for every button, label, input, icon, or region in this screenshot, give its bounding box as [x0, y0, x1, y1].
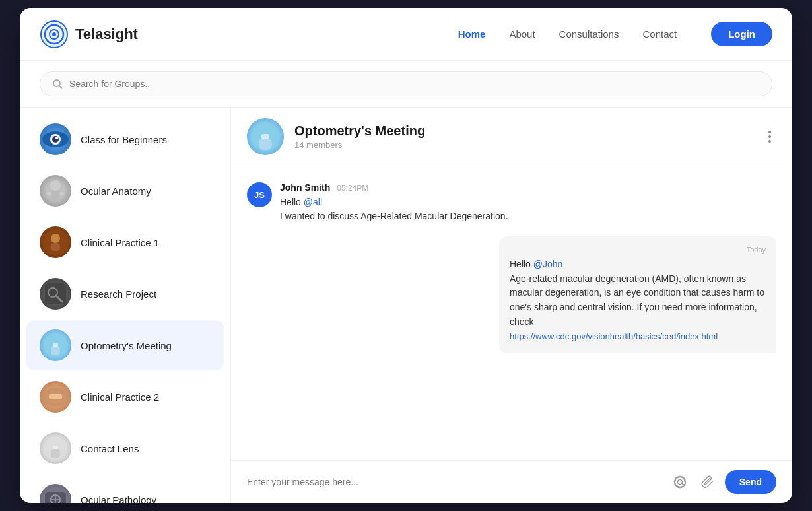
bubble-label: Today: [510, 246, 766, 254]
list-item[interactable]: Contact Lens: [26, 423, 224, 473]
message-bubble: Today Hello @John Age-related macular de…: [499, 236, 776, 353]
avatar: [40, 226, 71, 258]
svg-rect-11: [51, 191, 59, 200]
mention-tag: @John: [533, 259, 563, 269]
anatomy-icon: [40, 175, 71, 207]
group-name: Clinical Practice 1: [81, 237, 159, 248]
svg-point-3: [52, 32, 56, 36]
svg-rect-16: [51, 243, 60, 251]
chat-avatar-icon: [247, 118, 284, 155]
group-name: Contact Lens: [81, 443, 139, 454]
clinical2-icon: [40, 381, 71, 413]
mention-button[interactable]: [669, 471, 691, 493]
sidebar: Class for Beginners Ocular Anatomy: [20, 108, 231, 503]
search-icon: [52, 79, 63, 89]
list-item[interactable]: Class for Beginners: [26, 114, 224, 164]
svg-point-8: [52, 136, 59, 143]
nav-contact[interactable]: Contact: [642, 28, 677, 40]
svg-point-9: [55, 137, 58, 139]
chat-title-area: Optometry's Meeting 14 members: [294, 123, 425, 150]
message-right: Today Hello @John Age-related macular de…: [247, 236, 776, 353]
mention-tag: @all: [304, 197, 322, 207]
chat-title: Optometry's Meeting: [294, 123, 425, 139]
nav-about[interactable]: About: [509, 28, 535, 40]
message-input[interactable]: [247, 477, 663, 487]
group-name: Ocular Anatomy: [81, 186, 151, 197]
chat-header: Optometry's Meeting 14 members: [231, 108, 792, 166]
navbar: Telasight Home About Consultations Conta…: [20, 8, 792, 61]
svg-rect-21: [51, 346, 60, 355]
attach-button[interactable]: [697, 471, 718, 493]
login-button[interactable]: Login: [711, 22, 772, 46]
contactlens-icon: [40, 432, 71, 464]
list-item[interactable]: Clinical Practice 1: [26, 217, 224, 267]
optometry-icon: [40, 329, 71, 361]
bubble-text: Hello @John Age-related macular degenera…: [510, 257, 766, 344]
chat-members: 14 members: [294, 140, 425, 150]
avatar: [40, 432, 71, 464]
more-options-button[interactable]: [763, 128, 776, 145]
sender-avatar: JS: [247, 182, 272, 207]
at-icon: [673, 475, 687, 489]
research-icon: [40, 278, 71, 310]
logo-text: Telasight: [75, 26, 138, 43]
dot: [768, 135, 771, 138]
svg-point-39: [677, 480, 682, 485]
list-item[interactable]: Ocular Pathology: [26, 475, 224, 503]
svg-point-10: [50, 180, 61, 191]
group-name: Research Project: [81, 289, 156, 300]
pathology-icon: [40, 484, 71, 503]
avatar: [40, 329, 71, 361]
svg-point-38: [674, 477, 685, 488]
paperclip-icon: [701, 475, 714, 489]
message-content: John Smith 05:24PM Hello @all I wanted t…: [280, 182, 508, 223]
main-content: Class for Beginners Ocular Anatomy: [20, 108, 792, 503]
svg-rect-25: [49, 394, 62, 399]
svg-rect-13: [59, 192, 65, 195]
send-button[interactable]: Send: [725, 470, 776, 494]
list-item[interactable]: Ocular Anatomy: [26, 166, 224, 216]
bubble-link[interactable]: https://www.cdc.gov/visionhealth/basics/…: [510, 330, 766, 343]
svg-rect-22: [53, 343, 58, 347]
search-bar: [40, 71, 772, 96]
group-name: Ocular Pathology: [81, 494, 156, 504]
avatar: [40, 278, 71, 310]
svg-rect-28: [53, 446, 58, 449]
svg-rect-27: [51, 449, 60, 458]
list-item[interactable]: Research Project: [26, 269, 224, 319]
nav-consultations[interactable]: Consultations: [559, 28, 619, 40]
nav-home[interactable]: Home: [458, 28, 486, 40]
chat-input-area: Send: [231, 460, 792, 503]
search-bar-wrap: [20, 61, 792, 108]
nav-links: Home About Consultations Contact Login: [458, 22, 772, 46]
chat-area: Optometry's Meeting 14 members JS John S…: [231, 108, 792, 503]
group-name: Class for Beginners: [81, 134, 167, 145]
message-left: JS John Smith 05:24PM Hello @all I wante…: [247, 182, 776, 223]
app-window: Telasight Home About Consultations Conta…: [20, 8, 792, 503]
sender-name: John Smith: [280, 182, 330, 193]
eye-icon: [40, 123, 71, 155]
logo[interactable]: Telasight: [40, 20, 138, 49]
avatar: [40, 484, 71, 503]
search-input[interactable]: [69, 79, 760, 89]
list-item[interactable]: Clinical Practice 2: [26, 372, 224, 422]
group-name: Clinical Practice 2: [81, 392, 159, 403]
message-text: Hello @all I wanted to discuss Age-Relat…: [280, 195, 508, 223]
svg-point-15: [51, 234, 60, 243]
svg-rect-12: [46, 192, 51, 195]
message-header: John Smith 05:24PM: [280, 182, 508, 193]
list-item[interactable]: Optometry's Meeting: [26, 320, 224, 370]
logo-icon: [40, 20, 69, 49]
messages-area: JS John Smith 05:24PM Hello @all I wante…: [231, 166, 792, 460]
svg-line-5: [59, 86, 62, 88]
avatar: [40, 123, 71, 155]
group-name: Optometry's Meeting: [81, 340, 172, 351]
dot: [768, 131, 771, 133]
svg-rect-37: [261, 134, 269, 139]
message-time: 05:24PM: [337, 184, 368, 193]
avatar: [40, 381, 71, 413]
avatar: [40, 175, 71, 207]
chat-avatar: [247, 118, 284, 155]
svg-rect-36: [259, 138, 272, 150]
dot: [768, 140, 771, 143]
